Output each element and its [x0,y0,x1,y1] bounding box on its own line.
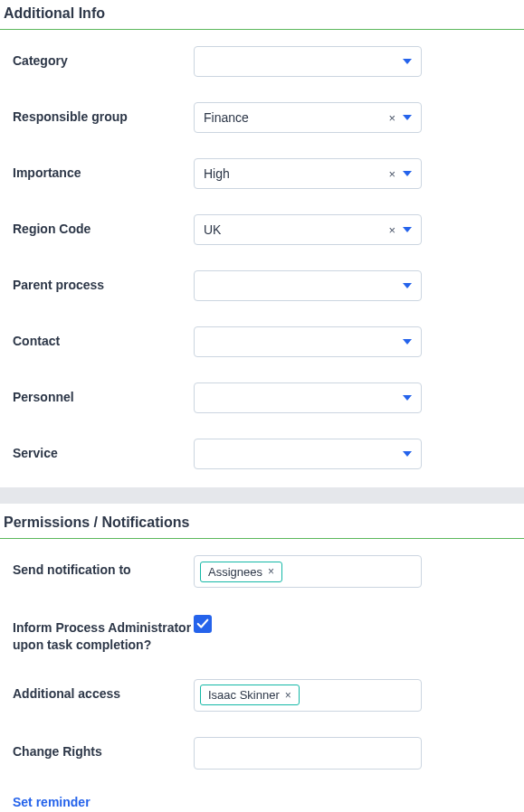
select-personnel[interactable] [194,382,422,413]
row-parent-process: Parent process [0,270,524,301]
check-icon [196,618,209,630]
value-region-code: UK [204,222,221,237]
value-responsible-group: Finance [204,110,249,125]
chevron-down-icon[interactable] [403,227,412,232]
chevron-down-icon[interactable] [403,283,412,288]
tag-remove-icon[interactable]: × [285,689,291,702]
label-inform-admin: Inform Process Administrator upon task c… [13,613,194,654]
chevron-down-icon[interactable] [403,59,412,64]
section-additional-info: Additional Info Category Responsible gro… [0,0,524,469]
chevron-down-icon[interactable] [403,171,412,176]
link-set-reminder[interactable]: Set reminder [13,795,91,809]
section-divider [0,487,524,504]
row-personnel: Personnel [0,382,524,413]
select-importance[interactable]: High × [194,158,422,189]
label-parent-process: Parent process [13,270,194,294]
row-inform-admin: Inform Process Administrator upon task c… [0,613,524,654]
section-title-permissions: Permissions / Notifications [0,509,524,539]
select-category[interactable] [194,46,422,77]
section-title-additional-info: Additional Info [0,0,524,30]
chevron-down-icon[interactable] [403,451,412,457]
select-responsible-group[interactable]: Finance × [194,102,422,133]
label-region-code: Region Code [13,214,194,238]
row-responsible-group: Responsible group Finance × [0,102,524,133]
clear-icon[interactable]: × [388,167,395,181]
row-importance: Importance High × [0,158,524,189]
clear-icon[interactable]: × [388,223,395,237]
input-change-rights[interactable] [194,737,422,770]
label-change-rights: Change Rights [13,737,194,760]
tag-assignees: Assignees × [200,562,282,582]
row-region-code: Region Code UK × [0,214,524,245]
value-importance: High [204,166,230,181]
select-region-code[interactable]: UK × [194,214,422,245]
section-permissions-notifications: Permissions / Notifications Send notific… [0,509,524,812]
row-send-notification: Send notification to Assignees × [0,555,524,588]
label-responsible-group: Responsible group [13,102,194,126]
row-additional-access: Additional access Isaac Skinner × [0,679,524,712]
tag-label: Assignees [208,565,262,579]
label-additional-access: Additional access [13,679,194,703]
row-change-rights: Change Rights [0,737,524,770]
chevron-down-icon[interactable] [403,339,412,345]
select-parent-process[interactable] [194,270,422,301]
label-category: Category [13,46,194,70]
row-category: Category [0,46,524,77]
row-contact: Contact [0,326,524,357]
select-service[interactable] [194,439,422,469]
clear-icon[interactable]: × [388,111,395,125]
input-send-notification[interactable]: Assignees × [194,555,422,588]
chevron-down-icon[interactable] [403,115,412,120]
checkbox-inform-admin[interactable] [194,615,212,633]
label-send-notification: Send notification to [13,555,194,579]
label-contact: Contact [13,326,194,350]
row-set-reminder: Set reminder [0,795,524,809]
label-personnel: Personnel [13,382,194,406]
tag-label: Isaac Skinner [208,688,280,702]
label-importance: Importance [13,158,194,182]
select-contact[interactable] [194,326,422,357]
chevron-down-icon[interactable] [403,395,412,401]
row-service: Service [0,439,524,469]
label-service: Service [13,439,194,462]
input-additional-access[interactable]: Isaac Skinner × [194,679,422,712]
tag-remove-icon[interactable]: × [268,565,274,578]
tag-isaac-skinner: Isaac Skinner × [200,685,300,705]
